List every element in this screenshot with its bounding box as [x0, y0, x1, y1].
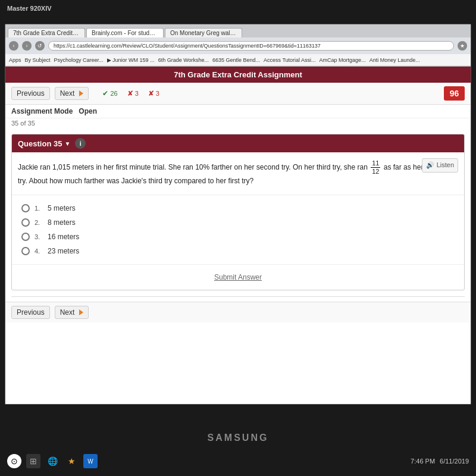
- reload-btn[interactable]: ↺: [35, 41, 45, 51]
- bookmark-psych[interactable]: Psychology Career...: [54, 57, 104, 63]
- radio-3[interactable]: [21, 233, 30, 241]
- bottom-next-arrow-icon: [79, 309, 83, 315]
- browser-window: 7th Grade Extra Credit Assignme... Brain…: [5, 24, 471, 405]
- next-button[interactable]: Next: [55, 87, 89, 100]
- bookmark-junior[interactable]: ▶ Junior WM 159 ...: [107, 57, 155, 63]
- bookmark-access[interactable]: Access Tutorial Assi...: [264, 57, 316, 63]
- answer-options: 1. 5 meters 2. 8 meters 3. 16 meters: [12, 195, 464, 264]
- monitor: Master 920XIV 7th Grade Extra Credit Ass…: [0, 0, 476, 476]
- bottom-next-button[interactable]: Next: [55, 306, 89, 319]
- prev-label: Previous: [17, 89, 45, 98]
- question-box: Question 35 ▼ i 🔊 Listen Jackie ran 1,01…: [11, 134, 465, 290]
- submit-area: Submit Answer: [12, 264, 464, 290]
- taskbar-icon-2[interactable]: 🌐: [45, 454, 60, 468]
- divider: [11, 296, 465, 297]
- bookmark-star[interactable]: ★: [458, 41, 467, 51]
- next-label: Next: [60, 89, 75, 98]
- bookmark-6th[interactable]: 6th Grade Workshe...: [158, 57, 209, 63]
- bottom-prev-label: Previous: [17, 308, 45, 317]
- question-text: Jackie ran 1,015 meters in her first min…: [18, 159, 458, 187]
- wrong-count-2: 3: [156, 90, 159, 97]
- question-text-area: 🔊 Listen Jackie ran 1,015 meters in her …: [12, 152, 464, 195]
- taskbar-date: 6/11/2019: [440, 458, 469, 465]
- taskbar-right: 7:46 PM 6/11/2019: [411, 458, 469, 465]
- question-header: Question 35 ▼ i: [12, 134, 464, 152]
- radio-4[interactable]: [21, 247, 30, 255]
- x-icon-2: ✘: [148, 89, 154, 98]
- address-field[interactable]: https://c1.castlelearning.com/Review/CLO…: [48, 41, 454, 51]
- tab-3[interactable]: On Monetary Greg walks the mo...: [165, 28, 242, 37]
- samsung-label: SAMSUNG: [208, 433, 269, 443]
- page-content: 7th Grade Extra Credit Assignment Previo…: [5, 67, 471, 405]
- speaker-icon: 🔊: [426, 160, 434, 171]
- correct-count: 26: [110, 90, 117, 97]
- bookmark-6635[interactable]: 6635 Gentle Bend...: [212, 57, 260, 63]
- check-icon: ✔: [102, 89, 108, 98]
- fraction: 11 12: [371, 159, 380, 176]
- bottom-next-label: Next: [60, 308, 75, 317]
- taskbar-left: ⊙ ⊞ 🌐 ★ W: [7, 454, 98, 468]
- answer-option-4[interactable]: 4. 23 meters: [21, 244, 455, 258]
- listen-button[interactable]: 🔊 Listen: [422, 158, 458, 173]
- assignment-title: 7th Grade Extra Credit Assignment: [174, 70, 302, 79]
- tab-2[interactable]: Brainly.com - For students, by st...: [86, 28, 164, 37]
- back-btn[interactable]: ‹: [9, 41, 18, 51]
- option-label-3: 16 meters: [48, 233, 79, 241]
- bookmark-anti[interactable]: Anti Money Launde...: [369, 57, 420, 63]
- bottom-prev-button[interactable]: Previous: [11, 306, 50, 319]
- assignment-mode-value: Open: [79, 107, 97, 115]
- taskbar-icon-1[interactable]: ⊞: [26, 454, 40, 468]
- forward-btn[interactable]: ›: [22, 41, 32, 51]
- taskbar: ⊙ ⊞ 🌐 ★ W 7:46 PM 6/11/2019: [0, 446, 476, 476]
- radio-2[interactable]: [21, 218, 30, 227]
- bottom-nav: Previous Next: [5, 302, 471, 322]
- x-icon-1: ✘: [127, 89, 133, 98]
- bookmarks-bar: Apps By Subject Psychology Career... ▶ J…: [5, 54, 471, 66]
- address-bar: ‹ › ↺ https://c1.castlelearning.com/Revi…: [5, 37, 471, 54]
- fraction-denominator: 12: [371, 168, 380, 176]
- bookmark-amcap[interactable]: AmCap Mortgage...: [320, 57, 366, 63]
- option-label-2: 8 meters: [48, 218, 76, 227]
- fraction-numerator: 11: [371, 159, 380, 168]
- start-icon[interactable]: ⊙: [7, 454, 21, 468]
- next-arrow-icon: [79, 90, 83, 96]
- chevron-down-icon: ▼: [64, 140, 70, 147]
- option-label-1: 5 meters: [48, 204, 76, 212]
- submit-label: Submit Answer: [214, 273, 262, 281]
- option-num-3: 3.: [35, 233, 43, 240]
- bookmark-by-subject[interactable]: By Subject: [25, 57, 51, 63]
- option-num-2: 2.: [35, 219, 43, 226]
- option-label-4: 23 meters: [48, 247, 79, 255]
- answer-option-3[interactable]: 3. 16 meters: [21, 230, 455, 244]
- assignment-mode-bar: Assignment Mode Open: [5, 105, 471, 118]
- bookmark-apps[interactable]: Apps: [9, 57, 21, 63]
- monitor-label: Master 920XIV: [7, 5, 52, 12]
- top-nav: Previous Next ✔ 26 ✘ 3 ✘: [5, 83, 471, 105]
- taskbar-icon-4[interactable]: W: [83, 454, 98, 468]
- browser-chrome: 7th Grade Extra Credit Assignme... Brain…: [5, 24, 471, 67]
- submit-button[interactable]: Submit Answer: [207, 271, 269, 284]
- radio-1[interactable]: [21, 204, 30, 212]
- option-num-4: 4.: [35, 248, 43, 255]
- wrong-badge-1: ✘ 3: [124, 88, 142, 99]
- answer-option-1[interactable]: 1. 5 meters: [21, 201, 455, 215]
- tab-1[interactable]: 7th Grade Extra Credit Assignme...: [8, 28, 85, 37]
- question-counter-text: 35 of 35: [11, 120, 35, 127]
- prev-button[interactable]: Previous: [11, 87, 50, 100]
- browser-tabs: 7th Grade Extra Credit Assignme... Brain…: [5, 24, 471, 37]
- option-num-1: 1.: [35, 205, 43, 212]
- question-number-dropdown[interactable]: Question 35 ▼: [18, 139, 70, 148]
- assignment-mode-label: Assignment Mode: [11, 107, 73, 115]
- assignment-header: 7th Grade Extra Credit Assignment: [5, 67, 471, 83]
- taskbar-time: 7:46 PM: [411, 458, 435, 465]
- question-number: Question 35: [18, 139, 62, 148]
- answer-option-2[interactable]: 2. 8 meters: [21, 215, 455, 230]
- question-text-part1: Jackie ran 1,015 meters in her first min…: [18, 163, 368, 171]
- correct-badge: ✔ 26: [99, 88, 120, 99]
- score-box: 96: [444, 86, 465, 101]
- taskbar-icon-3[interactable]: ★: [64, 454, 79, 468]
- score-badges: ✔ 26 ✘ 3 ✘ 3: [99, 88, 162, 99]
- question-counter: 35 of 35: [5, 118, 471, 128]
- wrong-count-1: 3: [135, 90, 139, 97]
- info-button[interactable]: i: [75, 138, 86, 149]
